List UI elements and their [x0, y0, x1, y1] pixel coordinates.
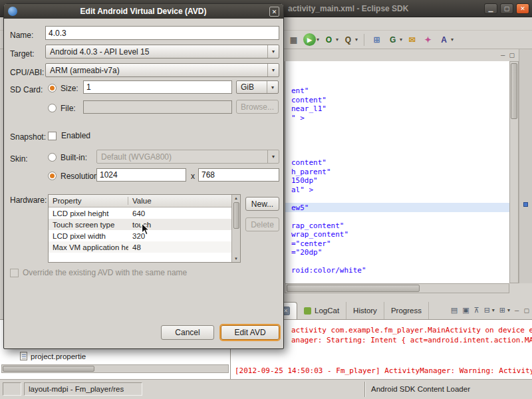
column-header-property[interactable]: Property: [49, 197, 128, 205]
delete-hardware-button: Delete: [245, 217, 279, 231]
cpu-select[interactable]: ARM (armeabi-v7a) ▾: [45, 63, 279, 77]
maximize-panel-icon[interactable]: ▢: [523, 307, 529, 314]
cancel-button[interactable]: Cancel: [161, 325, 214, 340]
maximize-window-icon[interactable]: ▢: [500, 3, 513, 14]
cpu-label: CPU/ABI:: [10, 68, 44, 77]
close-dialog-icon[interactable]: ✕: [269, 7, 279, 17]
table-row[interactable]: Max VM application hea 48: [49, 241, 232, 253]
scrollbar-thumb[interactable]: [3, 366, 94, 372]
resolution-x-label: x: [191, 172, 195, 181]
console-toolbar: ▤ ▣ ⊼ ⊟ ▾ ⊞ ▾ ─ ▢: [451, 306, 529, 315]
scroll-up-icon[interactable]: ▲: [234, 195, 238, 201]
sdcard-file-radio[interactable]: [48, 104, 57, 112]
hardware-table-scrollbar[interactable]: ▲ ▼: [231, 195, 240, 262]
sdcard-size-input[interactable]: [83, 80, 232, 94]
snapshot-enabled-checkbox[interactable]: [48, 132, 57, 140]
size-label: Size:: [61, 84, 78, 93]
annotation-icon[interactable]: A: [438, 33, 450, 46]
tab-label: LogCat: [315, 307, 339, 315]
sdcard-unit-select[interactable]: GiB ▾: [236, 80, 279, 94]
explorer-horizontal-scrollbar[interactable]: [1, 364, 229, 373]
edit-avd-label: Edit AVD: [234, 328, 265, 337]
run-icon[interactable]: ▶: [303, 33, 316, 46]
scrollbar-thumb[interactable]: [233, 202, 239, 229]
minimize-editor-icon[interactable]: ─: [501, 52, 505, 59]
snapshot-label: Snapshot:: [10, 132, 46, 142]
new-hardware-button[interactable]: New...: [245, 197, 279, 211]
open-type-icon[interactable]: G: [386, 33, 399, 46]
minimize-window-icon[interactable]: ▁: [484, 3, 497, 14]
tab-progress[interactable]: Progress: [384, 302, 429, 319]
pin-console-icon[interactable]: ⊼: [474, 306, 479, 315]
browse-label: Browse...: [241, 102, 274, 112]
editor-horizontal-scrollbar[interactable]: [285, 283, 509, 293]
sdcard-size-radio[interactable]: [48, 84, 57, 92]
debug-dropdown-icon[interactable]: ▾: [336, 37, 338, 43]
skin-label: Skin:: [10, 154, 28, 164]
name-input[interactable]: [45, 26, 279, 40]
override-checkbox: [10, 269, 19, 277]
clear-console-icon[interactable]: ▤: [451, 306, 458, 315]
editor-vertical-scrollbar[interactable]: [509, 61, 519, 283]
new-wizard-icon[interactable]: ⊞: [370, 33, 383, 46]
console-line: [2012-09-25 14:50:03 - Fm_player] Activi…: [235, 366, 532, 375]
sdk-manager-icon[interactable]: ▦: [287, 33, 300, 46]
scrollbar-thumb[interactable]: [511, 63, 517, 119]
name-label: Name:: [10, 31, 33, 40]
chevron-down-icon: ▾: [267, 150, 279, 163]
dialog-titlebar[interactable]: Edit Android Virtual Device (AVD) ✕: [4, 4, 283, 19]
file-label: File:: [61, 104, 76, 113]
open-type-dropdown-icon[interactable]: ▾: [400, 37, 402, 43]
cell-value: 320: [128, 232, 232, 240]
table-row[interactable]: LCD pixel width 320: [49, 230, 232, 241]
target-value: Android 4.0.3 - API Level 15: [50, 47, 149, 57]
coverage-icon[interactable]: Q: [342, 33, 354, 46]
close-window-icon[interactable]: ✕: [516, 3, 529, 14]
coverage-dropdown-icon[interactable]: ▾: [355, 37, 358, 43]
run-dropdown-icon[interactable]: ▾: [317, 37, 319, 43]
new-label: New...: [251, 200, 273, 209]
list-item[interactable]: project.propertie: [20, 352, 86, 360]
display-console-dropdown-icon[interactable]: ▾: [492, 307, 495, 313]
avd-dialog: Edit Android Virtual Device (AVD) ✕ Name…: [3, 3, 284, 349]
open-console-dropdown-icon[interactable]: ▾: [507, 307, 510, 313]
resolution-width-input[interactable]: [96, 168, 186, 182]
code-text[interactable]: ent" content" near_l1" " > content" h_pa…: [291, 86, 366, 275]
overview-marker[interactable]: [523, 202, 528, 207]
tab-history[interactable]: History: [346, 302, 384, 319]
column-header-value[interactable]: Value: [128, 197, 240, 205]
resolution-height-input[interactable]: [198, 168, 279, 182]
hardware-table[interactable]: Property Value LCD pixel height 640 Touc…: [48, 194, 241, 263]
statusbar-separator: [364, 382, 366, 397]
open-console-icon[interactable]: ⊞: [499, 306, 505, 315]
display-console-icon[interactable]: ⊟: [484, 306, 490, 315]
table-row[interactable]: Touch screen type touch: [49, 219, 232, 230]
xml-editor[interactable]: ent" content" near_l1" " > content" h_pa…: [285, 61, 509, 283]
statusbar-toggle[interactable]: [3, 382, 21, 396]
debug-icon[interactable]: O: [323, 33, 335, 46]
chevron-down-icon: ▾: [267, 81, 278, 93]
minimize-panel-icon[interactable]: ─: [515, 307, 519, 314]
edit-avd-button[interactable]: Edit AVD: [221, 325, 279, 340]
skin-resolution-radio[interactable]: [48, 172, 57, 180]
tab-label: Progress: [391, 307, 422, 315]
delete-label: Delete: [251, 220, 274, 229]
scroll-lock-icon[interactable]: ▣: [462, 306, 469, 315]
scrollbar-thumb[interactable]: [287, 285, 420, 292]
target-select[interactable]: Android 4.0.3 - API Level 15 ▾: [45, 45, 279, 59]
table-row[interactable]: LCD pixel height 640: [49, 207, 232, 219]
dialog-title: Edit Android Virtual Device (AVD): [17, 7, 269, 16]
search-icon[interactable]: ✦: [422, 33, 434, 46]
annotation-dropdown-icon[interactable]: ▾: [451, 37, 454, 43]
tab-label: History: [353, 307, 377, 315]
cpu-value: ARM (armeabi-v7a): [50, 66, 120, 75]
tab-logcat[interactable]: LogCat: [297, 302, 346, 319]
skin-builtin-radio[interactable]: [48, 153, 57, 162]
mail-icon[interactable]: ✉: [406, 33, 418, 46]
maximize-editor-icon[interactable]: ▢: [509, 52, 515, 59]
target-label: Target:: [10, 49, 35, 59]
scroll-down-icon[interactable]: ▼: [234, 255, 238, 262]
cell-value: touch: [128, 221, 232, 229]
overview-ruler[interactable]: [519, 49, 532, 283]
builtin-skin-value: Default (WVGA800): [101, 152, 172, 162]
